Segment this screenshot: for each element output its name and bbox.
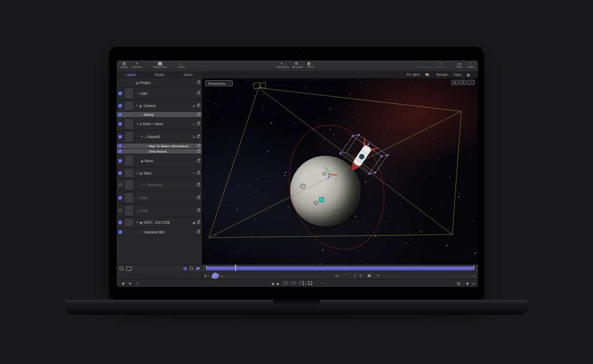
visibility-checkbox[interactable] xyxy=(118,209,122,213)
project-pane-button[interactable]: ▦ Project Pane xyxy=(153,60,167,69)
mask-tool[interactable]: ▣⌄ xyxy=(367,274,373,278)
show-behaviors-toggle-icon[interactable] xyxy=(189,267,193,270)
layer-row[interactable]: ▼∷Replicator xyxy=(117,179,202,192)
tab-media[interactable]: Media xyxy=(146,71,174,79)
lock-icon[interactable] xyxy=(197,196,200,199)
disclosure-triangle-icon[interactable]: ▼ xyxy=(141,184,143,186)
library-button[interactable]: ▥ Library xyxy=(120,60,128,69)
show-filters-toggle-icon[interactable] xyxy=(196,267,200,270)
layer-label[interactable]: Sweep xyxy=(144,113,154,116)
layer-row[interactable]: ✓◉Moon xyxy=(117,154,202,168)
layer-label[interactable]: Rocket3 xyxy=(148,135,160,139)
layer-row[interactable]: ✓○Sweep xyxy=(117,112,202,118)
filmstrip-badge-icon[interactable]: ▭ xyxy=(193,171,195,175)
layer-label[interactable]: Circle xyxy=(139,196,148,200)
timecode-display[interactable]: 00:00:01:12 xyxy=(283,281,313,286)
visibility-checkbox[interactable]: ✓ xyxy=(118,104,122,108)
layer-row[interactable]: ✓▼▤Stars▭ xyxy=(117,168,202,179)
behavior-gear-icon[interactable]: ⚙ xyxy=(193,104,195,108)
canvas-viewport[interactable]: Perspective⌄ ⇆ ↻ ↓ xyxy=(202,79,478,264)
layer-label[interactable]: GSFC_20171208 xyxy=(143,221,170,224)
import-button[interactable]: ↓⌄ Import xyxy=(177,60,186,69)
visibility-checkbox[interactable]: ✓ xyxy=(118,92,122,95)
play-button[interactable]: ▶ xyxy=(277,282,279,285)
layer-row[interactable]: ✓◐Gaussian Blur xyxy=(117,228,202,236)
disclosure-triangle-icon[interactable]: ▼ xyxy=(136,221,138,224)
pan-tool[interactable]: ●⌄ xyxy=(221,274,226,278)
clock-icon[interactable]: ◔ xyxy=(321,282,323,285)
view-menu[interactable]: View ⌄ xyxy=(453,73,464,77)
timeline-range-bar[interactable] xyxy=(206,267,474,270)
lock-icon[interactable] xyxy=(197,123,200,125)
zoom-fit-control[interactable]: Fit: 68% ⌄ xyxy=(407,73,422,77)
layer-row[interactable]: ▤Project xyxy=(117,79,202,87)
visibility-checkbox[interactable]: ✓ xyxy=(118,144,122,148)
behavior-gear-icon[interactable]: ⚙ xyxy=(193,135,195,139)
disclosure-triangle-icon[interactable]: ▼ xyxy=(141,135,143,138)
disclosure-triangle-icon[interactable]: ▼ xyxy=(136,104,138,107)
crosshair-icon[interactable]: ⊕ xyxy=(128,282,132,286)
lock-icon[interactable] xyxy=(197,184,200,186)
layout-grid-icon[interactable]: ▦ xyxy=(467,73,470,77)
record-icon[interactable]: ↻ xyxy=(136,282,139,286)
layer-row[interactable]: ✓○Circle xyxy=(117,192,202,204)
layer-row[interactable]: ✓▼▦GSFC_20171208▣ xyxy=(117,217,202,228)
layer-row[interactable]: ✓○Align To Motion (Simulation) xyxy=(117,143,202,149)
render-menu[interactable]: Render ⌄ xyxy=(437,73,451,77)
layer-label[interactable]: Orbit Around xyxy=(149,150,167,153)
visibility-checkbox[interactable]: ✓ xyxy=(118,122,122,126)
search-icon[interactable] xyxy=(119,267,123,270)
visibility-checkbox[interactable]: ✓ xyxy=(118,171,122,175)
inspector-button[interactable]: ≡ Inspector xyxy=(132,60,142,69)
layer-row[interactable]: ✓☼Light xyxy=(117,87,202,100)
lock-icon[interactable] xyxy=(197,135,200,138)
channels-color-icon[interactable] xyxy=(425,73,429,76)
cut-tool[interactable]: ✂ xyxy=(377,274,380,278)
layer-row[interactable]: ✓▼◧Camera⚙ xyxy=(117,100,202,112)
layer-label[interactable]: Project xyxy=(140,81,151,85)
add-object-button[interactable]: +⌄ Add Object xyxy=(277,60,289,69)
visibility-checkbox[interactable]: ✓ xyxy=(118,113,122,117)
arrow-tool[interactable]: ➤⌄ xyxy=(204,274,209,278)
layer-label[interactable]: Align To Motion (Simulation) xyxy=(149,145,189,148)
visibility-checkbox[interactable]: ✓ xyxy=(118,149,122,153)
loop-icon[interactable]: ∞ xyxy=(472,282,475,285)
share-button[interactable]: ↑ Share xyxy=(467,60,475,69)
hud-button[interactable]: ▭ HUD xyxy=(455,60,463,69)
mute-icon[interactable] xyxy=(120,282,124,285)
visibility-checkbox[interactable]: ✓ xyxy=(118,230,122,234)
lock-icon[interactable] xyxy=(197,209,200,212)
orbit-3d-tool[interactable] xyxy=(212,273,218,278)
visibility-checkbox[interactable]: ✓ xyxy=(118,159,122,163)
tab-audio[interactable]: Audio xyxy=(174,71,202,79)
pan-view-icon[interactable]: ⇆ xyxy=(451,80,459,85)
layer-label[interactable]: Camera xyxy=(143,104,155,108)
camera-badge-icon[interactable]: ▣ xyxy=(193,221,195,224)
text-tool[interactable]: T⌄ xyxy=(359,274,364,278)
lock-icon[interactable] xyxy=(197,113,200,116)
behaviors-button[interactable]: ⚙⌄ Behaviors xyxy=(292,60,303,69)
layer-label[interactable]: Gaussian Blur xyxy=(144,230,165,234)
layer-row[interactable]: ✓▼⊞Earth + Moon▭ xyxy=(117,118,202,131)
paint-stroke-tool[interactable]: ╱ xyxy=(354,274,356,278)
mini-timeline[interactable] xyxy=(202,264,478,272)
lock-icon[interactable] xyxy=(197,172,200,175)
layer-row[interactable]: △Circle xyxy=(117,204,202,217)
rectangle-tool[interactable]: ▭⌄ xyxy=(335,274,341,278)
slate-icon[interactable]: ▥ xyxy=(457,282,460,286)
filmstrip-badge-icon[interactable]: ▭ xyxy=(193,123,195,126)
visibility-checkbox[interactable]: ✓ xyxy=(118,135,122,139)
viewport-camera-dropdown[interactable]: Perspective⌄ xyxy=(205,80,233,86)
dolly-view-icon[interactable]: ↓ xyxy=(467,80,475,85)
layer-row[interactable]: ✓▼◇Rocket3⚙ xyxy=(117,131,202,143)
tab-layers[interactable]: Layers xyxy=(117,71,146,79)
resize-timeline-icon[interactable]: ↘ xyxy=(473,274,475,278)
visibility-checkbox[interactable]: ✓ xyxy=(118,221,122,224)
lock-icon[interactable] xyxy=(197,150,200,153)
visibility-checkbox[interactable]: ✓ xyxy=(118,196,122,200)
orbit-view-icon[interactable]: ↻ xyxy=(459,80,467,85)
visibility-checkbox[interactable] xyxy=(118,183,122,187)
lock-icon[interactable] xyxy=(197,160,200,162)
lock-icon[interactable] xyxy=(197,145,200,147)
lock-icon[interactable] xyxy=(197,221,200,224)
